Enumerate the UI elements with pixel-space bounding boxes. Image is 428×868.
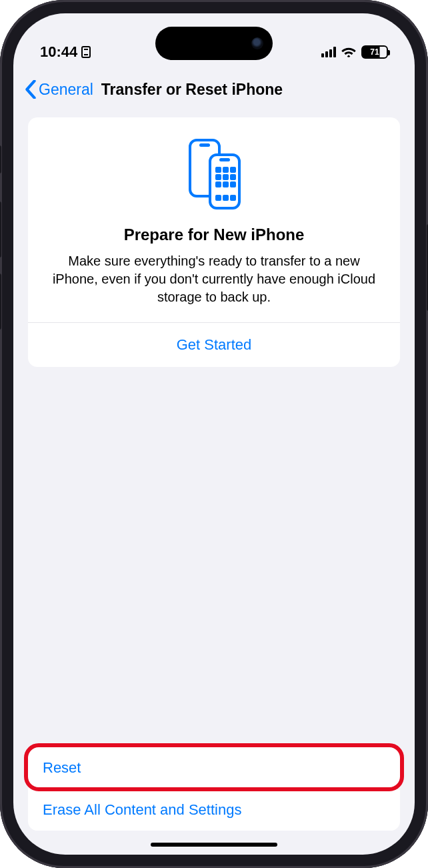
svg-rect-15 xyxy=(230,195,236,201)
battery-percentage: 71 xyxy=(370,47,379,57)
spacer xyxy=(13,374,415,747)
home-indicator[interactable] xyxy=(151,843,277,847)
dynamic-island xyxy=(155,27,273,60)
erase-all-button[interactable]: Erase All Content and Settings xyxy=(28,789,400,831)
wifi-icon xyxy=(341,46,356,58)
back-button[interactable]: General xyxy=(24,80,93,99)
bottom-action-list: Reset Erase All Content and Settings xyxy=(28,747,400,831)
silent-switch xyxy=(0,145,1,173)
svg-rect-1 xyxy=(199,143,210,147)
transfer-phones-icon xyxy=(181,137,247,211)
svg-rect-12 xyxy=(230,181,236,187)
svg-rect-5 xyxy=(223,167,229,173)
svg-rect-11 xyxy=(223,181,229,187)
reset-label: Reset xyxy=(43,759,81,776)
back-label: General xyxy=(39,81,93,99)
battery-icon: 71 xyxy=(361,45,388,59)
page-title: Transfer or Reset iPhone xyxy=(101,81,283,99)
reset-button[interactable]: Reset xyxy=(28,747,400,789)
svg-rect-10 xyxy=(215,181,221,187)
svg-rect-6 xyxy=(230,167,236,173)
status-time: 10:44 xyxy=(40,43,77,61)
annotation-highlight xyxy=(24,743,404,791)
chevron-left-icon xyxy=(24,80,37,99)
svg-rect-13 xyxy=(215,195,221,201)
card-title: Prepare for New iPhone xyxy=(48,226,380,244)
cellular-signal-icon xyxy=(321,47,336,57)
front-camera-icon xyxy=(251,37,263,49)
svg-rect-4 xyxy=(215,167,221,173)
svg-rect-3 xyxy=(219,158,230,161)
screen: 10:44 71 Gene xyxy=(13,13,415,855)
svg-rect-14 xyxy=(223,195,229,201)
get-started-button[interactable]: Get Started xyxy=(28,322,400,367)
card-description: Make sure everything's ready to transfer… xyxy=(48,252,380,306)
device-frame: 10:44 71 Gene xyxy=(0,0,428,868)
svg-rect-7 xyxy=(215,174,221,180)
volume-down-button xyxy=(0,274,1,330)
svg-rect-9 xyxy=(230,174,236,180)
nav-header: General Transfer or Reset iPhone xyxy=(13,71,415,111)
svg-rect-8 xyxy=(223,174,229,180)
volume-up-button xyxy=(0,201,1,258)
prepare-card: Prepare for New iPhone Make sure everyth… xyxy=(28,117,400,367)
sim-icon xyxy=(81,46,91,58)
